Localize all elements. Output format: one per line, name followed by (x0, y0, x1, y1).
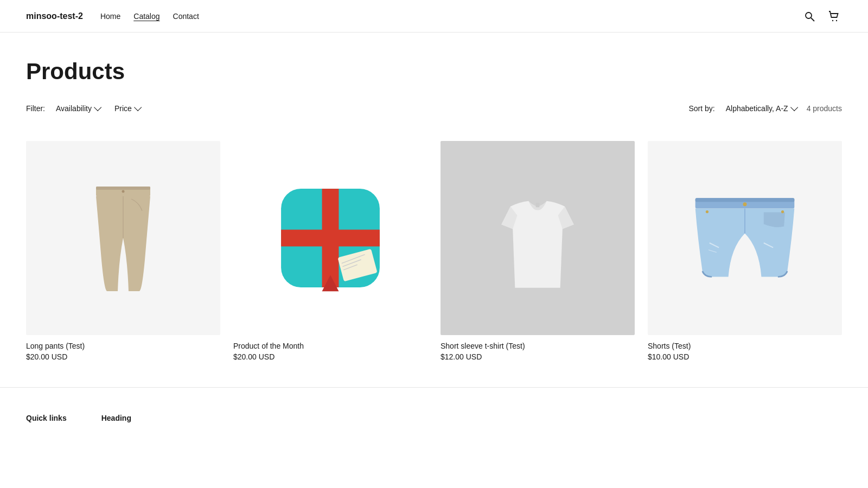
availability-chevron-icon (94, 104, 101, 111)
product-image-shorts (648, 141, 842, 335)
price-chevron-icon (134, 104, 142, 111)
nav-contact[interactable]: Contact (173, 12, 199, 21)
svg-rect-5 (96, 187, 150, 190)
product-price-long-pants: $20.00 USD (26, 352, 220, 361)
header-left: minsoo-test-2 Home Catalog Contact (26, 11, 199, 21)
gift-illustration (276, 184, 385, 292)
site-footer: Quick links Heading (0, 387, 868, 448)
svg-point-7 (122, 190, 125, 193)
pants-illustration (88, 184, 158, 292)
svg-line-1 (811, 18, 814, 21)
svg-point-0 (806, 12, 812, 18)
page-title: Products (26, 59, 842, 85)
svg-rect-10 (281, 230, 380, 247)
product-image-product-month (233, 141, 427, 335)
product-grid: Long pants (Test) $20.00 USD (26, 141, 842, 361)
nav-catalog[interactable]: Catalog (133, 12, 159, 21)
nav-home[interactable]: Home (100, 12, 120, 21)
price-filter[interactable]: Price (110, 102, 144, 115)
footer-quick-links: Quick links (26, 414, 67, 422)
svg-point-22 (743, 202, 747, 206)
sort-label: Sort by: (688, 104, 714, 113)
product-name-product-month: Product of the Month (233, 342, 427, 350)
svg-point-24 (781, 210, 784, 213)
product-name-long-pants: Long pants (Test) (26, 342, 220, 350)
product-count: 4 products (807, 104, 842, 113)
product-card-shorts[interactable]: Shorts (Test) $10.00 USD (648, 141, 842, 361)
filter-bar: Filter: Availability Price Sort by: Alph… (26, 102, 842, 124)
shorts-illustration (691, 196, 799, 281)
filter-label: Filter: (26, 104, 45, 113)
product-name-shorts: Shorts (Test) (648, 342, 842, 350)
cart-icon (828, 10, 840, 22)
product-price-product-month: $20.00 USD (233, 352, 427, 361)
svg-point-23 (706, 210, 709, 213)
svg-rect-18 (695, 198, 795, 202)
cart-button[interactable] (826, 8, 842, 24)
main-content: Products Filter: Availability Price Sort… (0, 33, 868, 361)
svg-point-2 (832, 20, 833, 21)
product-card-long-pants[interactable]: Long pants (Test) $20.00 USD (26, 141, 220, 361)
tshirt-illustration (483, 184, 592, 292)
filter-left: Filter: Availability Price (26, 102, 144, 115)
site-header: minsoo-test-2 Home Catalog Contact (0, 0, 868, 33)
product-image-long-pants (26, 141, 220, 335)
main-nav: Home Catalog Contact (100, 12, 199, 21)
footer-quick-links-heading: Quick links (26, 414, 67, 422)
sort-value: Alphabetically, A-Z (726, 104, 788, 113)
header-right (802, 8, 842, 24)
price-label: Price (114, 104, 132, 113)
svg-point-3 (836, 20, 837, 21)
product-price-tshirt: $12.00 USD (441, 352, 635, 361)
availability-filter[interactable]: Availability (52, 102, 104, 115)
footer-heading-section: Heading (101, 414, 131, 422)
sort-select[interactable]: Alphabetically, A-Z (722, 102, 800, 115)
search-button[interactable] (802, 9, 817, 24)
search-icon (804, 11, 815, 22)
site-title[interactable]: minsoo-test-2 (26, 11, 83, 21)
footer-heading-label: Heading (101, 414, 131, 422)
product-card-tshirt[interactable]: Short sleeve t-shirt (Test) $12.00 USD (441, 141, 635, 361)
product-image-tshirt (441, 141, 635, 335)
availability-label: Availability (56, 104, 92, 113)
product-price-shorts: $10.00 USD (648, 352, 842, 361)
svg-rect-16 (536, 203, 540, 207)
product-card-product-month[interactable]: Product of the Month $20.00 USD (233, 141, 427, 361)
filter-right: Sort by: Alphabetically, A-Z 4 products (688, 102, 842, 115)
sort-chevron-icon (790, 104, 798, 111)
product-name-tshirt: Short sleeve t-shirt (Test) (441, 342, 635, 350)
